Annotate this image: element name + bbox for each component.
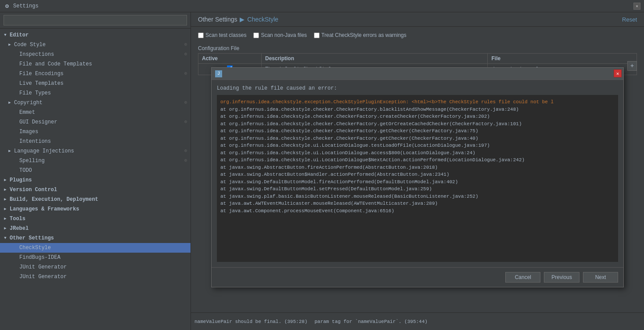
other-settings-label: Other Settings — [10, 234, 54, 242]
sidebar-label-file-types: File Types — [19, 89, 51, 97]
title-bar: Settings ✕ — [0, 0, 644, 12]
sidebar-item-copyright[interactable]: ▶ Copyright ⊙ — [0, 98, 191, 108]
tools-label: Tools — [10, 215, 25, 223]
plugins-label: Plugins — [10, 176, 32, 184]
expand-arrow-editor: ▼ — [3, 33, 8, 38]
settings-icon — [4, 3, 11, 10]
search-input[interactable] — [4, 15, 187, 25]
sidebar-label-inspections: Inspections — [19, 51, 54, 58]
sidebar-item-junit1[interactable]: ▶ JUnit Generator — [0, 262, 191, 272]
sidebar-label-todo: TODO — [19, 167, 32, 174]
version-control-label: Version Control — [10, 186, 57, 194]
sidebar-label-live-templates: Live Templates — [19, 80, 64, 87]
sidebar-item-tools[interactable]: ▶ Tools — [0, 214, 191, 224]
sidebar-label-copyright: Copyright — [14, 99, 43, 107]
main-layout: ▼ Editor ▶ Code Style ⊙ ▶ Inspections ⊙ … — [0, 12, 644, 330]
sidebar-item-todo[interactable]: ▶ TODO — [0, 166, 191, 175]
error-dialog: J ✕ Loading the rule file caused an erro… — [211, 67, 624, 287]
close-button[interactable]: ✕ — [633, 3, 640, 10]
dialog-title-bar: J ✕ — [212, 68, 623, 80]
dialog-icon: J — [215, 70, 222, 77]
error-heading: Loading the rule file caused an error: — [217, 85, 618, 91]
stack-trace-area[interactable]: org.infernus.idea.checkstyle.exception.C… — [217, 95, 618, 262]
sidebar-item-jrebel[interactable]: ▶ JRebel — [0, 224, 191, 233]
breadcrumb-parent: Other Settings — [198, 16, 237, 23]
sidebar-item-languages[interactable]: ▶ Languages & Frameworks — [0, 204, 191, 214]
sidebar-item-file-encodings[interactable]: ▶ File Encodings ⊙ — [0, 69, 191, 79]
tree-section: ▼ Editor ▶ Code Style ⊙ ▶ Inspections ⊙ … — [0, 29, 191, 283]
sidebar-label-emmet: Emmet — [19, 109, 35, 116]
content-panel: Other Settings ▶ CheckStyle Reset Scan t… — [191, 12, 644, 330]
copy-icon-inspections: ⊙ — [184, 51, 187, 58]
sidebar-item-other-settings[interactable]: ▼ Other Settings — [0, 233, 191, 243]
expand-arrow-tools: ▶ — [3, 216, 8, 221]
copy-icon-copyright: ⊙ — [184, 99, 187, 107]
sidebar-label-checkstyle: CheckStyle — [19, 244, 51, 252]
sidebar-item-images[interactable]: ▶ Images — [0, 127, 191, 137]
sidebar-label-spelling: Spelling — [19, 157, 45, 165]
sidebar-item-language-injections[interactable]: ▶ Language Injections ⊙ — [0, 146, 191, 156]
expand-arrow-lang: ▶ — [3, 207, 8, 212]
sidebar-item-emmet[interactable]: ▶ Emmet — [0, 108, 191, 117]
jrebel-label: JRebel — [10, 225, 29, 232]
sidebar-item-code-style[interactable]: ▶ Code Style ⊙ — [0, 40, 191, 50]
sidebar-label-gui-designer: GUI Designer — [19, 118, 57, 126]
next-button[interactable]: Next — [583, 272, 618, 283]
sidebar-item-intentions[interactable]: ▶ Intentions — [0, 137, 191, 146]
sidebar-label-code-style: Code Style — [14, 41, 46, 49]
sidebar-item-live-templates[interactable]: ▶ Live Templates — [0, 79, 191, 88]
expand-arrow-other: ▼ — [3, 236, 8, 241]
dialog-overlay: J ✕ Loading the rule file caused an erro… — [191, 25, 644, 330]
reset-button[interactable]: Reset — [622, 16, 637, 23]
expand-arrow-build: ▶ — [3, 197, 8, 202]
sidebar-item-checkstyle[interactable]: ▶ CheckStyle — [0, 243, 191, 253]
expand-arrow-copyright: ▶ — [7, 100, 12, 105]
sidebar-item-file-code-templates[interactable]: ▶ File and Code Templates — [0, 59, 191, 69]
copy-icon-gui-designer: ⊙ — [184, 118, 187, 126]
expand-arrow-vc: ▶ — [3, 187, 8, 192]
sidebar-label-images: Images — [19, 128, 38, 136]
previous-button[interactable]: Previous — [544, 272, 579, 283]
sidebar: ▼ Editor ▶ Code Style ⊙ ▶ Inspections ⊙ … — [0, 12, 191, 330]
copy-icon-code-style: ⊙ — [184, 41, 187, 49]
sidebar-item-editor[interactable]: ▼ Editor — [0, 30, 191, 40]
search-box — [0, 12, 191, 29]
editor-label: Editor — [10, 31, 29, 39]
sidebar-item-build-execution[interactable]: ▶ Build, Execution, Deployment — [0, 195, 191, 204]
breadcrumb: Other Settings ▶ CheckStyle — [198, 16, 278, 23]
sidebar-item-spelling[interactable]: ▶ Spelling ⊙ — [0, 156, 191, 166]
sidebar-item-plugins[interactable]: ▶ Plugins — [0, 175, 191, 185]
dialog-body: Loading the rule file caused an error: o… — [212, 80, 623, 267]
build-execution-label: Build, Execution, Deployment — [10, 196, 98, 203]
expand-arrow-code-style: ▶ — [7, 42, 12, 47]
sidebar-item-version-control[interactable]: ▶ Version Control — [0, 185, 191, 195]
cancel-button[interactable]: Cancel — [505, 272, 540, 283]
expand-arrow-language-injections: ▶ — [7, 149, 12, 154]
sidebar-label-junit2: JUnit Generator — [19, 273, 67, 281]
sidebar-label-file-encodings: File Encodings — [19, 70, 64, 78]
sidebar-label-intentions: Intentions — [19, 138, 51, 145]
sidebar-item-gui-designer[interactable]: ▶ GUI Designer ⊙ — [0, 117, 191, 127]
sidebar-label-file-code-templates: File and Code Templates — [19, 60, 92, 68]
expand-arrow-plugins: ▶ — [3, 178, 8, 183]
dialog-footer: Cancel Previous Next — [212, 267, 623, 287]
sidebar-label-junit1: JUnit Generator — [19, 263, 67, 271]
sidebar-item-inspections[interactable]: ▶ Inspections ⊙ — [0, 50, 191, 59]
expand-arrow-jrebel: ▶ — [3, 226, 8, 231]
breadcrumb-current: CheckStyle — [247, 16, 278, 23]
sidebar-item-file-types[interactable]: ▶ File Types — [0, 88, 191, 98]
breadcrumb-separator: ▶ — [240, 16, 245, 23]
languages-label: Languages & Frameworks — [10, 205, 79, 213]
copy-icon-file-encodings: ⊙ — [184, 70, 187, 78]
sidebar-item-junit2[interactable]: ▶ JUnit Generator — [0, 272, 191, 282]
sidebar-item-findbugs[interactable]: ▶ FindBugs-IDEA — [0, 253, 191, 262]
sidebar-label-language-injections: Language Injections — [14, 147, 74, 155]
copy-icon-spelling: ⊙ — [184, 157, 187, 165]
sidebar-label-findbugs: FindBugs-IDEA — [19, 254, 61, 261]
window-title: Settings — [13, 3, 39, 9]
dialog-close-button[interactable]: ✕ — [614, 69, 622, 77]
svg-point-1 — [7, 6, 7, 7]
copy-icon-lang-inject: ⊙ — [184, 147, 187, 155]
